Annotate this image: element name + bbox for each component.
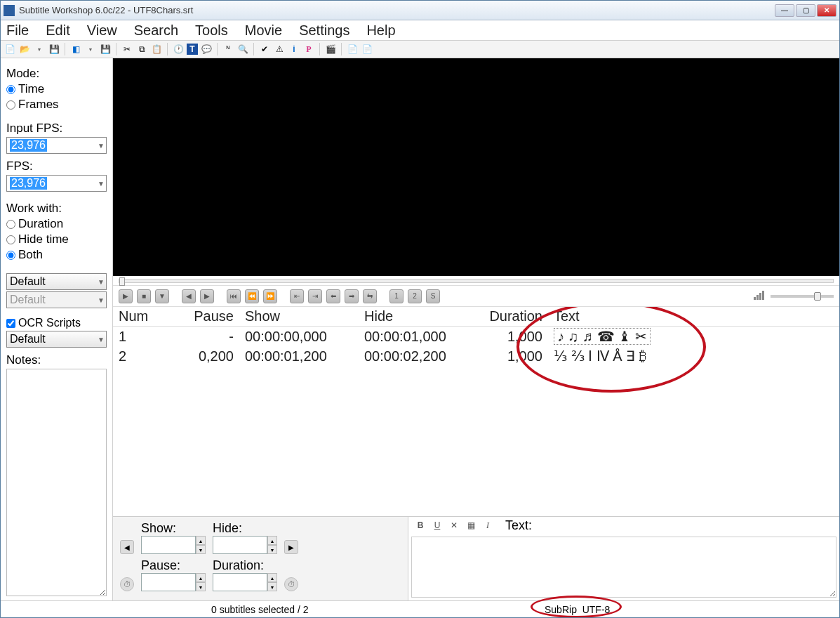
work-both-radio[interactable]: Both bbox=[6, 248, 107, 262]
menu-edit[interactable]: Edit bbox=[46, 22, 69, 39]
stop-button[interactable]: ■ bbox=[137, 289, 151, 303]
work-hide-radio[interactable]: Hide time bbox=[6, 232, 107, 246]
lang-icon[interactable]: ᴺ bbox=[222, 43, 234, 55]
subtitle-grid[interactable]: Num Pause Show Hide Duration Text 1 - 00… bbox=[113, 307, 839, 516]
col-duration[interactable]: Duration bbox=[478, 307, 548, 327]
back-button[interactable]: ⏪ bbox=[245, 289, 259, 303]
color-button[interactable]: ▦ bbox=[465, 519, 477, 532]
menu-file[interactable]: File bbox=[6, 22, 29, 39]
separator bbox=[116, 43, 116, 55]
col-num[interactable]: Num bbox=[113, 307, 162, 327]
italic-button[interactable]: I bbox=[481, 519, 494, 532]
cell-text[interactable]: ♪ ♫ ♬ ☎ ♝ ✂ bbox=[554, 328, 651, 345]
preset2-combo[interactable]: Default▼ bbox=[6, 291, 107, 308]
paste-icon[interactable]: 📋 bbox=[150, 43, 163, 55]
hide-input[interactable] bbox=[213, 536, 267, 554]
mode-frames-radio[interactable]: Frames bbox=[6, 98, 107, 112]
duration-input[interactable] bbox=[213, 573, 267, 591]
menu-view[interactable]: View bbox=[87, 22, 117, 39]
up-icon[interactable]: ▲ bbox=[196, 573, 206, 582]
table-row[interactable]: 2 0,200 00:00:01,200 00:00:02,200 1,000 … bbox=[113, 346, 839, 366]
up-icon[interactable]: ▲ bbox=[267, 536, 277, 545]
volume-slider[interactable] bbox=[771, 295, 834, 298]
up-icon[interactable]: ▲ bbox=[267, 573, 277, 582]
copy-icon[interactable]: ⧉ bbox=[135, 43, 148, 55]
mark2-button[interactable]: 2 bbox=[408, 289, 422, 303]
menu-tools[interactable]: Tools bbox=[195, 22, 228, 39]
up-icon[interactable]: ▲ bbox=[196, 536, 206, 545]
prev-sub-button[interactable]: ◀ bbox=[120, 540, 134, 554]
mark1-button[interactable]: 1 bbox=[389, 289, 404, 303]
down-icon[interactable]: ▼ bbox=[196, 582, 206, 591]
cut-icon[interactable]: ✂ bbox=[121, 43, 133, 55]
clock1-icon[interactable]: ⏱ bbox=[120, 577, 134, 591]
open-dd-icon[interactable]: ▼ bbox=[33, 43, 46, 55]
status-format: SubRip bbox=[545, 604, 577, 615]
down-icon[interactable]: ▼ bbox=[196, 545, 206, 554]
cell-text[interactable]: ⅓ ⅔ Ⅰ Ⅳ Å ∃ ₿ bbox=[548, 346, 839, 366]
col-text[interactable]: Text bbox=[548, 307, 839, 327]
play-button[interactable]: ▶ bbox=[119, 289, 133, 303]
prev-button[interactable]: ◀ bbox=[182, 289, 196, 303]
text-icon[interactable]: T bbox=[187, 44, 198, 55]
translate-blue-icon[interactable]: ◧ bbox=[69, 43, 82, 55]
maximize-button[interactable]: ▢ bbox=[796, 4, 815, 17]
chat-icon[interactable]: 💬 bbox=[200, 43, 213, 55]
down-button[interactable]: ▼ bbox=[155, 289, 169, 303]
fwd-button[interactable]: ⏩ bbox=[263, 289, 277, 303]
pause-label: Pause: bbox=[141, 558, 206, 573]
info-icon[interactable]: i bbox=[288, 43, 300, 55]
clear-button[interactable]: ✕ bbox=[448, 519, 460, 532]
clock-icon[interactable]: 🕐 bbox=[172, 43, 185, 55]
pause-input[interactable] bbox=[141, 573, 196, 591]
col-show[interactable]: Show bbox=[239, 307, 359, 327]
shift-fwd-button[interactable]: ➡ bbox=[345, 289, 359, 303]
ocr-scripts-check[interactable]: OCR Scripts bbox=[6, 317, 107, 329]
down-icon[interactable]: ▼ bbox=[267, 582, 277, 591]
underline-button[interactable]: U bbox=[431, 519, 444, 532]
video-preview[interactable] bbox=[113, 58, 839, 276]
ocr-preset-combo[interactable]: Default▼ bbox=[6, 331, 107, 348]
menu-settings[interactable]: Settings bbox=[299, 22, 349, 39]
warning-icon[interactable]: ⚠ bbox=[273, 43, 286, 55]
sync-button[interactable]: ⇆ bbox=[363, 289, 377, 303]
doc2-icon[interactable]: 📄 bbox=[361, 43, 373, 55]
doc-icon[interactable]: 📄 bbox=[346, 43, 359, 55]
close-button[interactable]: ✕ bbox=[817, 4, 836, 17]
scrub-bar[interactable] bbox=[113, 276, 839, 286]
shift-back-button[interactable]: ⬅ bbox=[326, 289, 340, 303]
menu-movie[interactable]: Movie bbox=[245, 22, 282, 39]
down-icon[interactable]: ▼ bbox=[267, 545, 277, 554]
col-hide[interactable]: Hide bbox=[359, 307, 478, 327]
save2-icon[interactable]: 💾 bbox=[99, 43, 112, 55]
preset1-combo[interactable]: Default▼ bbox=[6, 273, 107, 290]
save-icon[interactable]: 💾 bbox=[48, 43, 60, 55]
bold-button[interactable]: B bbox=[414, 519, 427, 532]
work-duration-radio[interactable]: Duration bbox=[6, 217, 107, 231]
input-fps-combo[interactable]: 23,976▼ bbox=[6, 137, 107, 154]
set-start-button[interactable]: ⇤ bbox=[290, 289, 304, 303]
new-icon[interactable]: 📄 bbox=[4, 43, 16, 55]
translate-dd-icon[interactable]: ▼ bbox=[84, 43, 97, 55]
subtitle-text-input[interactable] bbox=[411, 537, 836, 598]
show-input[interactable] bbox=[141, 536, 196, 554]
clock2-icon[interactable]: ⏱ bbox=[284, 577, 298, 591]
mode-time-radio[interactable]: Time bbox=[6, 82, 107, 96]
next-sub-button[interactable]: ▶ bbox=[284, 540, 298, 554]
search-icon[interactable]: 🔍 bbox=[236, 43, 249, 55]
next-button[interactable]: ▶ bbox=[200, 289, 214, 303]
rewind-button[interactable]: ⏮ bbox=[227, 289, 241, 303]
open-icon[interactable]: 📂 bbox=[18, 43, 31, 55]
col-pause[interactable]: Pause bbox=[162, 307, 239, 327]
marks-button[interactable]: S bbox=[426, 289, 440, 303]
spellcheck-icon[interactable]: ✔ bbox=[258, 43, 271, 55]
table-row[interactable]: 1 - 00:00:00,000 00:00:01,000 1,000 ♪ ♫ … bbox=[113, 327, 839, 347]
minimize-button[interactable]: — bbox=[775, 4, 794, 17]
movie-icon[interactable]: 🎬 bbox=[324, 43, 337, 55]
fps-combo[interactable]: 23,976▼ bbox=[6, 175, 107, 192]
menu-search[interactable]: Search bbox=[134, 22, 178, 39]
menu-help[interactable]: Help bbox=[366, 22, 395, 39]
set-end-button[interactable]: ⇥ bbox=[308, 289, 322, 303]
notes-textarea[interactable] bbox=[6, 369, 107, 596]
pascal-icon[interactable]: P bbox=[302, 43, 315, 55]
